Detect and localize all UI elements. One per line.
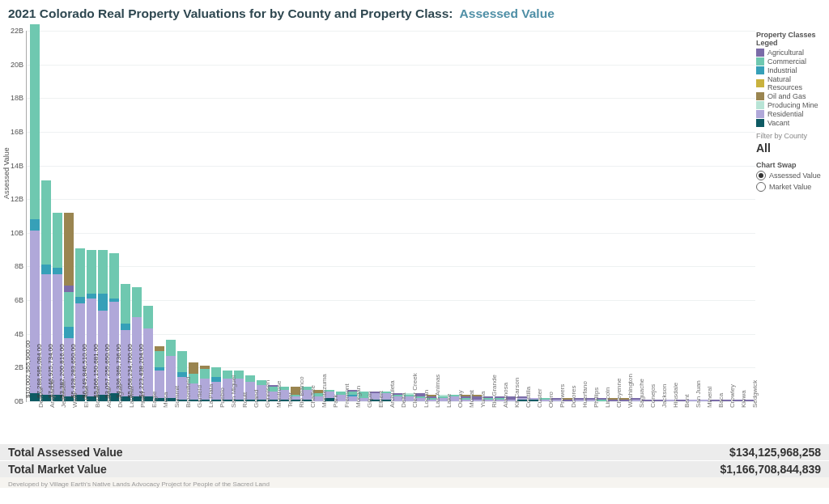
x-tick-label: Denver	[37, 398, 45, 408]
x-tick-label: Eagle	[151, 398, 158, 408]
x-tick-label: Costilla	[525, 398, 532, 408]
legend-swatch	[756, 79, 764, 87]
x-tick-label: Boulder	[94, 398, 101, 408]
x-tick-label: San Miguel	[230, 398, 237, 408]
filter-by-county-value[interactable]: All	[756, 142, 826, 155]
x-tick-label: San Juan	[695, 398, 702, 408]
x-tick-label: Morgan	[355, 398, 362, 408]
page-title: 2021 Colorado Real Property Valuations f…	[0, 0, 829, 23]
y-tick: 12B	[6, 195, 23, 203]
x-tick-label: Phillips	[593, 398, 600, 408]
legend-item[interactable]: Commercial	[756, 57, 826, 66]
radio-icon	[756, 182, 766, 192]
y-tick: 16B	[6, 128, 23, 136]
bar-segment	[98, 294, 108, 310]
x-tick-label: Gunnison	[264, 398, 271, 408]
chart-swap-label: Market Value	[769, 183, 811, 191]
total-assessed-row: Total Assessed Value $134,125,968,258	[0, 443, 829, 460]
y-tick: 8B	[6, 262, 23, 270]
bar-segment	[41, 180, 51, 265]
bar-segment	[132, 287, 142, 316]
x-tick-label: Crowley	[729, 398, 736, 408]
legend-item[interactable]: Industrial	[756, 66, 826, 74]
legend-swatch	[756, 101, 764, 109]
total-assessed-label: Total Assessed Value	[8, 446, 123, 459]
legend-swatch	[756, 57, 764, 66]
filter-by-county-label: Filter by County	[756, 132, 826, 140]
bar-segment	[75, 248, 85, 297]
x-tick-label: Jackson	[661, 398, 668, 408]
x-tick-label: Kiowa	[740, 398, 747, 408]
x-tick-label: Sedgwick	[751, 398, 759, 408]
chart-swap-header: Chart Swap	[756, 161, 826, 169]
legend-item[interactable]: Producing Mine	[756, 101, 826, 109]
bar-segment	[143, 328, 153, 396]
y-tick: 22B	[6, 27, 23, 35]
legend-label: Industrial	[767, 66, 797, 74]
legend: AgriculturalCommercialIndustrialNatural …	[756, 49, 826, 127]
x-tick-label: Mineral	[706, 398, 713, 408]
legend-label: Vacant	[767, 119, 789, 127]
x-tick-label: Rio Grande	[491, 398, 498, 408]
x-tick-label: Teller	[287, 398, 294, 408]
x-tick-label: Douglas	[117, 398, 124, 408]
legend-swatch	[756, 119, 764, 127]
x-tick-label: Montrose	[275, 398, 283, 408]
x-tick-label: Elbert	[377, 398, 385, 408]
legend-item[interactable]: Residential	[756, 110, 826, 118]
bar-segment	[143, 306, 153, 328]
legend-item[interactable]: Natural Resources	[756, 75, 826, 91]
bar-value-label: $4,223,438,204.00	[138, 344, 145, 398]
bar-segment	[166, 340, 176, 356]
y-axis-label: Assessed Value	[2, 147, 11, 199]
x-tick-label: Lincoln	[604, 398, 611, 408]
x-tick-label: Lake	[445, 398, 453, 408]
bar[interactable]: $4,223,438,204.00	[143, 306, 153, 401]
x-tick-label: Moffat	[468, 398, 475, 408]
legend-item[interactable]: Vacant	[756, 119, 826, 127]
bar-segment	[109, 253, 119, 299]
title-filter-value: Assessed Value	[460, 6, 555, 20]
x-tick-label: Baca	[717, 398, 725, 408]
x-tick-label: Pitkin	[139, 398, 147, 408]
chart-swap-option[interactable]: Market Value	[756, 182, 826, 192]
y-tick: 0B	[6, 397, 23, 405]
legend-swatch	[756, 92, 764, 100]
legend-item[interactable]: Agricultural	[756, 49, 826, 57]
x-tick-label: Arapahoe	[49, 398, 56, 408]
legend-header: Property Classes Leged	[756, 31, 826, 47]
x-tick-label: Grand	[253, 398, 260, 408]
y-tick: 10B	[6, 229, 23, 237]
x-tick-label: Larimer	[128, 398, 135, 408]
footer-note: Developed by Village Earth's Native Land…	[0, 477, 829, 488]
x-tick-label: Chaffee	[309, 398, 317, 408]
y-tick: 14B	[6, 162, 23, 170]
x-tick-label: Saguache	[638, 398, 645, 408]
bar-segment	[53, 268, 62, 274]
legend-label: Residential	[767, 110, 804, 118]
bar-segment	[245, 375, 255, 382]
bar-segment	[211, 367, 221, 377]
x-tick-label: Archuleta	[389, 398, 396, 408]
total-market-label: Total Market Value	[8, 463, 107, 476]
x-tick-label: Washington	[627, 398, 634, 408]
x-tick-label: La Plata	[207, 398, 215, 408]
x-tick-label: Delta	[400, 398, 407, 408]
totals: Total Assessed Value $134,125,968,258 To…	[0, 443, 829, 488]
chart-swap-option[interactable]: Assessed Value	[756, 171, 826, 180]
x-tick-label: Logan	[423, 398, 430, 408]
bar-segment	[64, 213, 74, 286]
x-tick-label: Alamosa	[502, 398, 509, 408]
chart-swap-options: Assessed ValueMarket Value	[756, 171, 826, 192]
x-tick-label: Kit Carson	[513, 398, 521, 408]
x-tick-label: Adams	[105, 398, 113, 408]
bar-segment	[75, 297, 85, 303]
bar-segment	[121, 284, 130, 323]
x-tick-label: Pueblo	[219, 398, 226, 408]
legend-label: Natural Resources	[767, 75, 826, 91]
bar-segment	[30, 219, 40, 231]
bar-segment	[30, 24, 40, 219]
legend-item[interactable]: Oil and Gas	[756, 92, 826, 100]
legend-swatch	[756, 49, 764, 57]
x-axis-labels: DenverArapahoeJeffersonWeldEl PasoBoulde…	[29, 403, 758, 410]
